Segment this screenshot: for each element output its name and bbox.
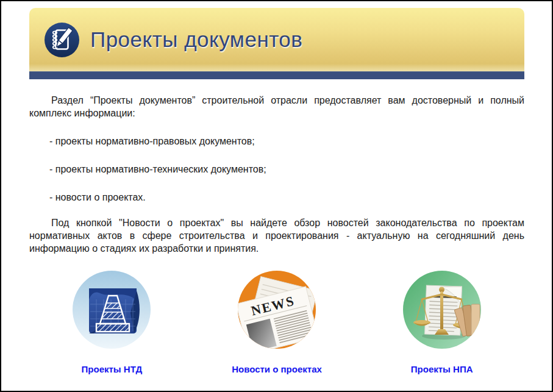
tile-novosti-o-proektah[interactable]: NEWS [194,270,360,376]
intro-paragraph: Раздел “Проекты документов” строительной… [29,94,524,119]
list-item: - проекты нормативно-правовых документов… [29,135,524,148]
tile-proekty-npa[interactable]: Проекты НПА [359,270,524,376]
newspaper-icon: NEWS [237,270,316,349]
list-item: - новости о проектах. [29,191,524,204]
scales-and-books-icon [402,270,482,349]
list-item: - проекты нормативно-технических докумен… [29,163,524,176]
tile-proekty-ntd[interactable]: Проекты НТД [29,270,194,376]
header-banner: Проекты документов [29,8,524,71]
notepad-pencil-icon [45,23,79,57]
link-proekty-ntd[interactable]: Проекты НТД [82,363,143,376]
page-title: Проекты документов [90,27,302,52]
content-area: Раздел “Проекты документов” строительной… [29,94,524,376]
section-tiles: Проекты НТД [29,270,524,376]
page: Проекты документов Раздел “Проекты докум… [0,0,553,392]
news-note-paragraph: Под кнопкой "Новости о проектах" вы найд… [29,216,524,255]
header-divider-bar [29,71,524,79]
link-proekty-npa[interactable]: Проекты НПА [411,363,473,376]
blueprint-cone-icon [72,270,151,349]
link-novosti-o-proektah[interactable]: Новости о проектах [232,363,322,376]
